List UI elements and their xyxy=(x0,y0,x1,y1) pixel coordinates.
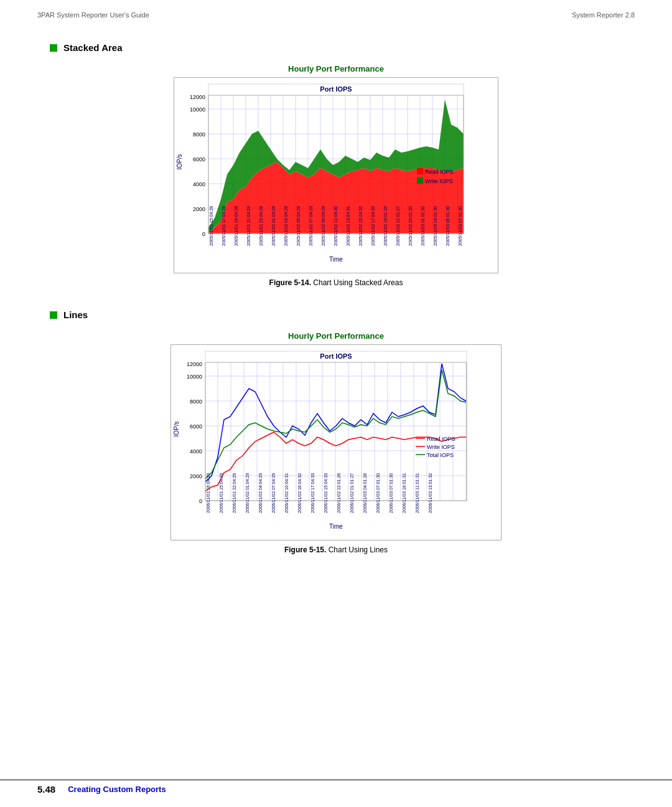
svg-text:10000: 10000 xyxy=(190,106,205,113)
svg-text:2005/11/02 03:04:29: 2005/11/02 03:04:29 xyxy=(284,206,288,246)
svg-text:8000: 8000 xyxy=(190,399,202,405)
page-footer: 5.48 Creating Custom Reports xyxy=(0,780,672,795)
svg-text:Port IOPS: Port IOPS xyxy=(320,352,352,360)
chart-title-2: Hourly Port Performance xyxy=(288,331,384,341)
svg-text:2006/11/02 10:04:31: 2006/11/02 10:04:31 xyxy=(284,473,289,513)
svg-text:2006/11/02 22:01:26: 2006/11/02 22:01:26 xyxy=(337,473,341,513)
section-stacked-area: Stacked Area xyxy=(50,42,622,53)
svg-text:2000: 2000 xyxy=(193,206,205,212)
svg-text:2005/11/02 19:01:25: 2005/11/02 19:01:25 xyxy=(383,206,388,246)
svg-text:2005/11/02 15:04:32: 2005/11/02 15:04:32 xyxy=(358,206,363,246)
svg-text:2005/11/02 13:04:31: 2005/11/02 13:04:31 xyxy=(346,206,350,246)
footer-page-number: 5.48 xyxy=(37,780,55,795)
svg-text:12000: 12000 xyxy=(187,361,202,367)
section-title-2: Lines xyxy=(63,309,88,320)
svg-text:2005/11/03 05:01:30: 2005/11/03 05:01:30 xyxy=(446,206,450,246)
svg-text:Port IOPS: Port IOPS xyxy=(320,85,352,93)
svg-text:2005/11/01 15:04:29: 2005/11/01 15:04:29 xyxy=(209,206,213,246)
svg-text:2006/11/02 15:04:33: 2006/11/02 15:04:33 xyxy=(324,473,328,513)
svg-rect-65 xyxy=(417,177,423,184)
svg-text:8000: 8000 xyxy=(193,131,205,138)
svg-text:Read IOPS: Read IOPS xyxy=(427,436,455,442)
figure-caption-2: Figure 5-15. Chart Using Lines xyxy=(284,545,388,554)
footer-link[interactable]: Creating Custom Reports xyxy=(68,781,166,794)
svg-text:IOP/s: IOP/s xyxy=(176,154,183,169)
svg-text:Read IOPS: Read IOPS xyxy=(425,169,454,175)
svg-text:2006/11/01 16:04:29: 2006/11/01 16:04:29 xyxy=(206,473,210,513)
svg-text:0: 0 xyxy=(199,498,202,504)
svg-text:Total IOPS: Total IOPS xyxy=(427,452,454,458)
stacked-area-chart: Port IOPS IOP/s 0 2000 4000 6000 8000 10… xyxy=(174,78,498,271)
svg-rect-63 xyxy=(417,168,423,174)
svg-text:4000: 4000 xyxy=(190,448,202,455)
svg-text:2005/11/01 23:04:29: 2005/11/01 23:04:29 xyxy=(259,206,263,246)
lines-chart: Port IOPS IOP/s 0 2000 4000 6000 8000 10… xyxy=(171,345,501,538)
header-right: System Reporter 2.8 xyxy=(572,11,635,19)
svg-text:Time: Time xyxy=(329,523,343,530)
svg-text:2005/11/03 07:01:30: 2005/11/03 07:01:30 xyxy=(458,206,462,246)
svg-text:2006/11/03 16:01:31: 2006/11/03 16:01:31 xyxy=(402,473,406,513)
section-lines: Lines xyxy=(50,309,622,320)
section-bullet-2 xyxy=(50,311,57,319)
svg-text:2006/11/03 04:01:28: 2006/11/03 04:01:28 xyxy=(363,473,367,513)
svg-text:6000: 6000 xyxy=(193,156,205,163)
svg-text:2005/11/01 19:04:29: 2005/11/01 19:04:29 xyxy=(234,206,238,246)
svg-text:12000: 12000 xyxy=(190,94,205,100)
svg-text:Write IOPS: Write IOPS xyxy=(425,178,453,184)
svg-text:2006/11/01 15:04:29: 2006/11/01 15:04:29 xyxy=(219,473,223,513)
svg-text:Write IOPS: Write IOPS xyxy=(427,444,455,450)
svg-text:2005/11/02 09:04:29: 2005/11/02 09:04:29 xyxy=(321,206,325,246)
svg-text:2005/11/03 01:01:20: 2005/11/03 01:01:20 xyxy=(421,206,425,246)
svg-text:0: 0 xyxy=(202,231,205,237)
svg-text:2006/11/02 01:04:29: 2006/11/02 01:04:29 xyxy=(245,473,250,513)
svg-text:2005/11/02 11:04:30: 2005/11/02 11:04:30 xyxy=(334,206,338,246)
page-content: Stacked Area Hourly Port Performance Por… xyxy=(0,19,672,565)
svg-text:10000: 10000 xyxy=(187,374,202,380)
svg-text:Time: Time xyxy=(329,256,343,263)
svg-text:2006/11/03 13:01:32: 2006/11/03 13:01:32 xyxy=(428,473,432,513)
svg-text:2005/11/02 23:01:20: 2005/11/02 23:01:20 xyxy=(408,206,413,246)
svg-text:2000: 2000 xyxy=(190,473,202,479)
page-header: 3PAR System Reporter User's Guide System… xyxy=(0,0,672,19)
svg-text:2005/11/02 01:04:29: 2005/11/02 01:04:29 xyxy=(271,206,276,246)
svg-text:6000: 6000 xyxy=(190,423,202,430)
svg-text:2006/11/02 01:01:27: 2006/11/02 01:01:27 xyxy=(350,473,354,513)
chart-title-1: Hourly Port Performance xyxy=(288,64,384,73)
svg-text:2006/11/03 07:01:30: 2006/11/03 07:01:30 xyxy=(389,473,393,513)
chart-wrapper-2: Port IOPS IOP/s 0 2000 4000 6000 8000 10… xyxy=(170,344,502,540)
chart-wrapper-1: Port IOPS IOP/s 0 2000 4000 6000 8000 10… xyxy=(174,77,498,273)
svg-text:2006/11/02 07:04:29: 2006/11/02 07:04:29 xyxy=(271,473,276,513)
svg-text:2006/11/03 07:01:30: 2006/11/03 07:01:30 xyxy=(376,473,380,513)
svg-text:2005/11/02 21:01:27: 2005/11/02 21:01:27 xyxy=(396,206,400,246)
svg-text:2006/11/02 17:04:33: 2006/11/02 17:04:33 xyxy=(310,473,315,513)
svg-text:2005/11/02 05:04:29: 2005/11/02 05:04:29 xyxy=(296,206,301,246)
svg-text:4000: 4000 xyxy=(193,181,205,187)
section-bullet-1 xyxy=(50,44,57,52)
section-title-1: Stacked Area xyxy=(63,42,123,53)
svg-text:2005/11/02 07:04:29: 2005/11/02 07:04:29 xyxy=(309,206,313,246)
svg-text:2005/11/02 17:04:33: 2005/11/02 17:04:33 xyxy=(371,206,375,246)
header-left: 3PAR System Reporter User's Guide xyxy=(37,11,149,19)
chart-block-2: Hourly Port Performance Port IOPS IOP/s xyxy=(50,331,622,565)
svg-text:2005/11/01 17:04:29: 2005/11/01 17:04:29 xyxy=(222,206,226,246)
chart-block-1: Hourly Port Performance Port IOPS IOP/s xyxy=(50,64,622,298)
svg-text:2005/11/03 03:01:30: 2005/11/03 03:01:30 xyxy=(433,206,437,246)
svg-text:2006/11/02 16:04:32: 2006/11/02 16:04:32 xyxy=(297,473,302,513)
svg-text:2006/11/03 11:01:31: 2006/11/03 11:01:31 xyxy=(415,473,419,513)
svg-text:IOP/s: IOP/s xyxy=(173,421,180,437)
svg-text:2006/11/01 22:04:29: 2006/11/01 22:04:29 xyxy=(232,473,236,513)
svg-text:2006/11/02 04:04:29: 2006/11/02 04:04:29 xyxy=(258,473,263,513)
svg-text:2005/11/01 21:04:29: 2005/11/01 21:04:29 xyxy=(246,206,251,246)
figure-caption-1: Figure 5-14. Chart Using Stacked Areas xyxy=(269,278,403,287)
